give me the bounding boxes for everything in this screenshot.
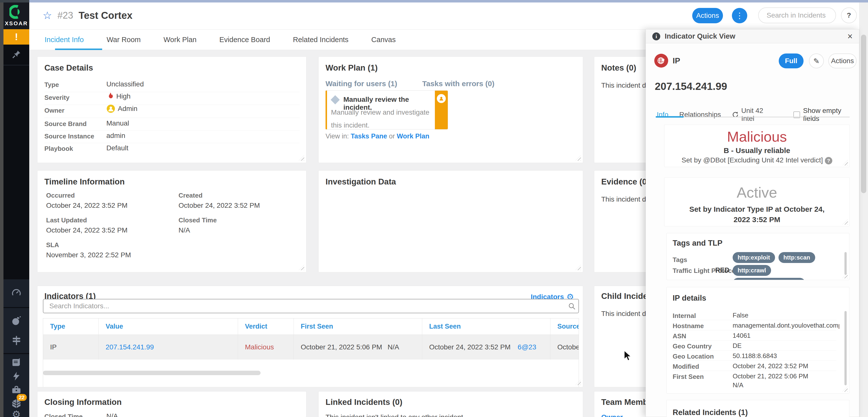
sla-label: SLA [46, 241, 59, 249]
ip-details-scrollbar[interactable] [844, 311, 847, 385]
tag-pill[interactable]: http:crawl [733, 265, 771, 276]
table-horizontal-scrollbar[interactable] [43, 371, 260, 375]
settings-button[interactable]: ⚙ [3, 411, 29, 417]
linked-incidents-title: Linked Incidents (0) [326, 397, 402, 407]
team-owner-label[interactable]: Owner [601, 413, 623, 417]
marketplace-button[interactable]: 22 [3, 397, 29, 411]
tab-incident-info[interactable]: Incident Info [44, 36, 84, 44]
tab-war-room[interactable]: War Room [106, 36, 141, 44]
pin-button[interactable] [3, 47, 29, 61]
severity-flame-icon [106, 92, 114, 101]
tag-pill[interactable]: http:exploit [733, 252, 775, 263]
indicator-row[interactable]: IP 207.154.241.99 Malicious October 21, … [43, 335, 579, 359]
resize-handle[interactable] [299, 265, 304, 270]
search-indicators-input[interactable] [43, 299, 579, 313]
tab-canvas[interactable]: Canvas [371, 36, 396, 44]
sidebar-section-tools: 22 ⚙ [3, 354, 29, 417]
verdict-card: Malicious B - Usually reliable Set by @D… [664, 125, 850, 167]
occurred-label: Occurred [46, 192, 75, 199]
tab-evidence-board[interactable]: Evidence Board [219, 36, 270, 44]
case-details-panel: Case Details Type Unclassified Severity … [37, 57, 306, 163]
verdict-help-icon[interactable]: ? [825, 157, 832, 165]
ipd-label: Geo Location [673, 353, 714, 360]
tag-pill[interactable]: http:scan [778, 252, 815, 263]
xsoar-logo[interactable]: XSOAR [3, 2, 29, 29]
tlp-value: RED [715, 267, 730, 274]
col-source-time[interactable]: Source Ti [550, 318, 579, 335]
tags-label: Tags [673, 256, 687, 264]
tasks-pane-link[interactable]: Tasks Pane [351, 133, 387, 140]
case-details-title: Case Details [44, 63, 93, 73]
view-in-label: View in: [326, 133, 349, 140]
resize-handle[interactable] [576, 265, 581, 270]
field-value: Manual [106, 119, 129, 127]
xsoar-brand-label: XSOAR [5, 20, 28, 27]
ipd-value: N/A [733, 381, 743, 389]
tab-related-incidents[interactable]: Related Incidents [293, 36, 348, 44]
field-label: Source Brand [44, 120, 87, 128]
incident-id: #23 [58, 10, 73, 21]
related-count-link[interactable]: 6@23 [518, 343, 550, 351]
full-view-button[interactable]: Full [779, 54, 804, 68]
ipd-value: 14061 [733, 332, 750, 340]
closed-time-value: N/A [179, 226, 190, 234]
dashboard-button[interactable] [3, 286, 29, 300]
resize-handle[interactable] [576, 155, 581, 161]
automation-button[interactable] [3, 370, 29, 383]
cell-source-time: October [550, 335, 579, 359]
search-incidents-input[interactable] [758, 7, 836, 23]
status-text: Active [664, 184, 849, 201]
ipd-value: managemental.dont.youlovethat.compa [733, 322, 839, 329]
qv-active-tab-underline [656, 116, 684, 117]
closing-information-panel: Closing Information Closed Time N/A [37, 391, 306, 417]
actions-button[interactable]: Actions [692, 8, 723, 23]
closed-time-label: Closed Time [179, 216, 217, 224]
col-value[interactable]: Value [99, 318, 238, 335]
incidents-icon: ! [15, 32, 18, 42]
indicator-actions-button[interactable]: Actions [828, 54, 857, 68]
favorite-star-button[interactable]: ☆ [43, 9, 52, 22]
sidebar-item-incidents[interactable]: ! [3, 29, 29, 44]
help-button[interactable]: ? [841, 7, 857, 23]
qv-tab-unit42[interactable]: Unit 42 Intel [741, 107, 778, 123]
created-label: Created [179, 192, 203, 199]
tags-tlp-title: Tags and TLP [673, 239, 722, 248]
task-card[interactable]: Manually review the incident. Manually r… [326, 91, 448, 130]
work-plan-title: Work Plan (1) [326, 63, 378, 73]
resize-handle[interactable] [842, 386, 848, 392]
ipd-label: Geo Country [673, 343, 712, 350]
resize-handle[interactable] [299, 155, 304, 161]
evidence-title: Evidence (0) [601, 177, 649, 186]
notes-title: Notes (0) [601, 63, 636, 73]
work-plan-link[interactable]: Work Plan [397, 133, 429, 140]
col-type[interactable]: Type [43, 318, 99, 335]
person-icon [438, 96, 444, 102]
qv-tab-relationships[interactable]: Relationships [679, 111, 721, 118]
lightning-icon [12, 372, 21, 381]
task-description: Manually review and investigate this inc… [331, 106, 430, 132]
col-verdict[interactable]: Verdict [238, 318, 294, 335]
closing-closed-time-value: N/A [106, 412, 118, 417]
col-first-seen[interactable]: First Seen [294, 318, 422, 335]
indicators-table: Type Value Verdict First Seen Last Seen … [43, 318, 579, 387]
playbooks-button[interactable] [3, 356, 29, 370]
ipd-label: First Seen [673, 373, 704, 381]
threat-intel-button[interactable] [3, 314, 29, 327]
signpost-icon [11, 335, 22, 346]
edit-indicator-button[interactable]: ✎ [809, 54, 824, 68]
more-menu-button[interactable]: ⋮ [732, 8, 747, 23]
page-scrollbar-thumb[interactable] [861, 35, 866, 193]
indicators-nav-button[interactable] [3, 334, 29, 347]
investigation-data-panel: Investigation Data [318, 170, 583, 272]
close-icon[interactable]: × [847, 32, 852, 41]
tab-work-plan[interactable]: Work Plan [164, 36, 196, 44]
indicator-value-link[interactable]: 207.154.241.99 [105, 343, 154, 351]
closing-closed-time-label: Closed Time [44, 413, 83, 417]
ipd-value: October 21, 2022 5:06 PM [733, 373, 808, 380]
tags-scrollbar[interactable] [844, 252, 847, 275]
tag-pill[interactable]: profile:many_services [733, 278, 805, 280]
quick-view-header: i Indicator Quick View × [646, 30, 859, 43]
active-tab-underline [55, 48, 102, 50]
quick-view-title: Indicator Quick View [665, 32, 735, 40]
col-last-seen[interactable]: Last Seen [422, 318, 550, 335]
